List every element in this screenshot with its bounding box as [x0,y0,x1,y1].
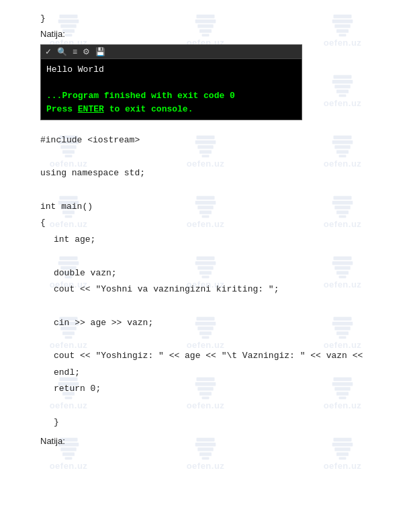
terminal-body: Hello World ...Program finished with exi… [41,59,302,120]
terminal-search-icon[interactable]: 🔍 [57,47,67,56]
code-line-open-brace: { [40,215,371,232]
natija-label-1: Natija: [40,29,371,39]
code-line-cin: cin >> age >> vazn; [54,315,371,332]
code-line-cout2: cout << "Yoshingiz: " << age << "\t Vazn… [54,348,371,381]
main-content: } Natija: ✓ 🔍 ≡ ⚙ 💾 Hello World ...Progr… [0,0,411,465]
terminal-line-empty [46,77,296,90]
terminal-line-program: ...Program finished with exit code 0 [46,89,296,103]
code-line-return: return 0; [54,381,371,398]
code-line-main: int main() [40,199,371,216]
terminal-settings-icon[interactable]: ⚙ [83,47,90,56]
code-line-blank5 [40,331,371,348]
terminal-line-hello: Hello World [46,63,296,77]
code-line-blank2 [40,182,371,199]
terminal-check-icon[interactable]: ✓ [45,47,52,56]
terminal-line-press: Press ENTER to exit console. [46,103,296,116]
code-line-close-brace: } [54,414,371,431]
code-line-vazn: double vazn; [54,265,371,282]
code-line-blank1 [40,149,371,166]
code-block: #include <iostream> using namespace std;… [40,132,371,431]
natija-label-2: Natija: [40,436,371,446]
enter-keyword: ENTER [78,104,104,114]
code-line-namespace: using namespace std; [40,165,371,182]
terminal-save-icon[interactable]: 💾 [95,47,105,56]
terminal-toolbar: ✓ 🔍 ≡ ⚙ 💾 [41,45,302,59]
terminal-menu-icon[interactable]: ≡ [73,47,77,56]
code-line-blank4 [40,298,371,315]
code-line-age: int age; [54,232,371,249]
terminal-window: ✓ 🔍 ≡ ⚙ 💾 Hello World ...Program finishe… [40,44,302,120]
closing-brace: } [40,13,371,24]
code-line-blank3 [40,249,371,265]
code-line-cout1: cout << "Yoshni va vazningizni kiriting:… [54,281,371,298]
code-line-include: #include <iostream> [40,132,371,149]
code-line-blank6 [40,398,371,414]
